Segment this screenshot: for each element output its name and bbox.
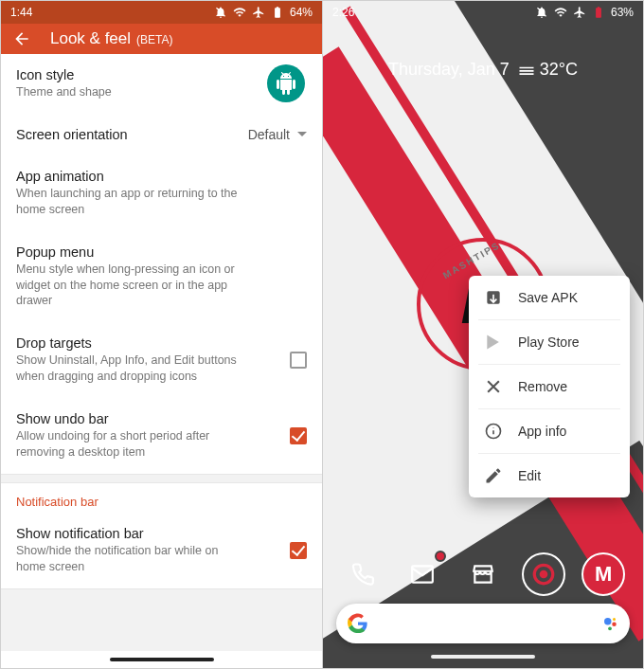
menu-label: Remove (518, 379, 567, 394)
dnd-icon (535, 6, 548, 19)
row-sub: Allow undoing for a short period after r… (16, 428, 248, 461)
svg-point-6 (612, 623, 617, 627)
menu-label: Save APK (518, 290, 578, 305)
chevron-down-icon (297, 132, 307, 136)
svg-point-4 (539, 570, 547, 579)
row-drop-targets[interactable]: Drop targets Show Uninstall, App Info, a… (1, 322, 322, 398)
row-sub: Show/hide the notification bar while on … (16, 543, 248, 575)
status-icons: 64% (214, 6, 313, 19)
dock-store[interactable] (461, 552, 505, 596)
row-title: Popup menu (16, 244, 307, 260)
nav-pill-icon[interactable] (110, 658, 214, 661)
row-orientation[interactable]: Screen orientation Default (1, 114, 322, 155)
wifi-icon (554, 6, 567, 19)
google-icon (348, 613, 368, 634)
dock-record[interactable] (522, 552, 565, 596)
checkbox[interactable] (290, 542, 307, 559)
context-menu: Save APK Play Store Remove App info Edit (469, 276, 630, 497)
divider (1, 474, 322, 483)
info-icon (484, 422, 503, 441)
dock-mail[interactable] (401, 552, 444, 596)
row-notification-bar[interactable]: Show notification bar Show/hide the noti… (1, 513, 322, 588)
row-popup[interactable]: Popup menu Menu style when long-pressing… (1, 231, 322, 323)
status-time: 1:44 (10, 6, 32, 19)
settings-list[interactable]: Icon style Theme and shape Screen orient… (1, 54, 322, 651)
apk-icon (484, 288, 503, 307)
menu-item-save-apk[interactable]: Save APK (469, 276, 630, 319)
settings-screen: 1:44 64% Look & feel (BETA) Icon style T… (1, 1, 322, 668)
dock: M (323, 552, 643, 596)
search-bar[interactable] (336, 604, 630, 643)
android-icon (267, 64, 305, 102)
nav-bar[interactable] (323, 648, 643, 665)
dock-app-m[interactable]: M (581, 552, 625, 596)
row-title: Icon style (16, 67, 307, 82)
play-icon (484, 333, 503, 352)
status-bar: 2:26 63% (323, 1, 643, 24)
menu-item-edit[interactable]: Edit (478, 453, 620, 497)
status-bar: 1:44 64% (1, 1, 322, 24)
dnd-icon (214, 6, 227, 19)
checkbox[interactable] (290, 427, 307, 444)
date-widget[interactable]: Thursday, Jan 7 32°C (323, 60, 643, 80)
row-sub: When launching an app or returning to th… (16, 186, 248, 218)
close-icon (484, 377, 503, 396)
battery-percent: 63% (611, 6, 634, 19)
menu-item-remove[interactable]: Remove (478, 364, 620, 408)
row-undo[interactable]: Show undo bar Allow undoing for a short … (1, 398, 322, 474)
date-text: Thursday, Jan 7 (388, 60, 510, 80)
svg-point-5 (604, 618, 612, 625)
app-bar: Look & feel (BETA) (1, 24, 322, 54)
home-screen[interactable]: MASHTIPS M 2:26 63% Thursday, Jan 7 32°C (322, 1, 643, 668)
row-animation[interactable]: App animation When launching an app or r… (1, 155, 322, 231)
temp-text: 32°C (540, 60, 578, 80)
menu-item-play-store[interactable]: Play Store (478, 319, 620, 364)
airplane-icon (573, 6, 586, 19)
row-title: App animation (16, 169, 307, 184)
menu-label: Play Store (518, 334, 580, 350)
badge-icon (435, 551, 446, 562)
airplane-icon (252, 6, 265, 19)
dropdown-value: Default (248, 127, 290, 142)
assistant-icon[interactable] (601, 615, 618, 632)
row-title: Show notification bar (16, 526, 307, 541)
menu-item-app-info[interactable]: App info (478, 408, 620, 453)
status-icons: 63% (535, 6, 634, 19)
appbar-beta: (BETA) (136, 33, 172, 46)
popup-arrow-icon (594, 497, 609, 497)
menu-label: App info (518, 424, 566, 439)
checkbox[interactable] (290, 352, 307, 369)
battery-icon (592, 6, 605, 19)
battery-percent: 64% (290, 6, 313, 19)
dock-phone[interactable] (341, 552, 385, 596)
row-sub: Menu style when long-pressing an icon or… (16, 262, 248, 310)
row-sub: Show Uninstall, App Info, and Edit butto… (16, 353, 248, 385)
empty-area (1, 588, 322, 652)
nav-bar[interactable] (1, 651, 322, 668)
status-time: 2:26 (332, 6, 354, 19)
nav-pill-icon[interactable] (431, 655, 535, 659)
wifi-icon (233, 6, 246, 19)
svg-point-7 (613, 618, 616, 621)
back-icon[interactable] (12, 29, 31, 48)
menu-label: Edit (518, 468, 541, 483)
appbar-title: Look & feel (50, 29, 131, 48)
row-icon-style[interactable]: Icon style Theme and shape (1, 54, 322, 114)
row-title: Drop targets (16, 335, 307, 351)
section-header: Notification bar (1, 483, 322, 513)
edit-icon (484, 466, 503, 485)
fog-icon (517, 61, 536, 80)
row-sub: Theme and shape (16, 84, 248, 100)
battery-icon (271, 6, 284, 19)
row-title: Show undo bar (16, 411, 307, 426)
svg-point-8 (608, 626, 612, 630)
